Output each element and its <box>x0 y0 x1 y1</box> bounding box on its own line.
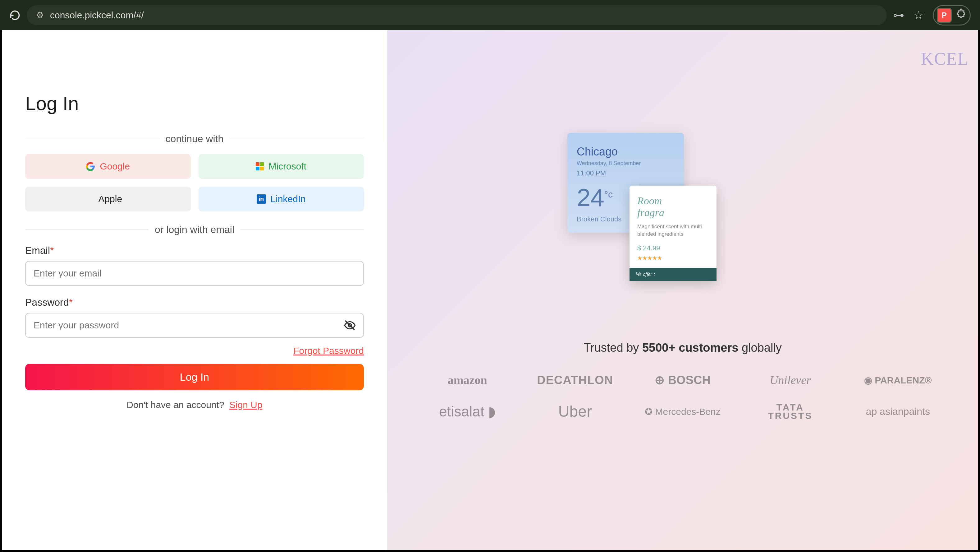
promo-card-stack: Chicago Wednesday, 8 September 11:00 PM … <box>567 133 684 233</box>
linkedin-login-button[interactable]: in LinkedIn <box>199 187 364 211</box>
apple-label: Apple <box>98 194 122 204</box>
trusted-section: Trusted by 5500+ customers globally amaz… <box>387 341 978 420</box>
brand-mercedes: ✪ Mercedes-Benz <box>645 406 720 417</box>
continue-with-divider: continue with <box>25 133 364 145</box>
site-settings-icon[interactable]: ⚙ <box>36 10 44 20</box>
extensions-puzzle-icon[interactable] <box>955 8 967 22</box>
brand-uber: Uber <box>558 402 592 420</box>
or-login-divider: or login with email <box>25 224 364 235</box>
social-login-grid: Google Microsoft Apple in LinkedIn <box>25 154 364 211</box>
email-label: Email* <box>25 245 364 256</box>
pickcel-extension-icon[interactable]: P <box>937 8 952 23</box>
fragrance-price: $ 24.99 <box>637 244 709 252</box>
trusted-text: Trusted by 5500+ customers globally <box>387 341 978 354</box>
apple-login-button[interactable]: Apple <box>25 187 191 211</box>
email-input[interactable] <box>25 261 364 286</box>
brand-tata: TATA TRUSTS <box>768 403 813 420</box>
background-logo: KCEL <box>921 49 969 69</box>
fragrance-card: Room fragra Magnificent scent with multi… <box>630 186 716 281</box>
bookmark-star-icon[interactable]: ☆ <box>913 9 923 22</box>
promo-panel: KCEL Chicago Wednesday, 8 September 11:0… <box>387 30 978 550</box>
linkedin-icon: in <box>257 195 266 204</box>
password-visibility-toggle-icon[interactable] <box>344 319 356 334</box>
password-key-icon[interactable]: ⊶ <box>893 9 904 22</box>
login-submit-button[interactable]: Log In <box>25 364 364 390</box>
google-icon <box>86 162 95 171</box>
fragrance-stars: ★★★★★ <box>637 255 709 262</box>
password-wrapper <box>25 313 364 349</box>
address-bar[interactable]: ⚙ console.pickcel.com/#/ <box>27 5 887 25</box>
weather-time: 11:00 PM <box>577 169 675 177</box>
linkedin-label: LinkedIn <box>270 194 306 204</box>
signup-link[interactable]: Sign Up <box>229 400 262 410</box>
password-label: Password* <box>25 297 364 308</box>
microsoft-login-button[interactable]: Microsoft <box>199 154 364 179</box>
google-label: Google <box>100 161 130 172</box>
extension-toolbar: P <box>933 5 970 26</box>
brand-unilever: Unilever <box>770 373 811 387</box>
fragrance-desc: Magnificent scent with multi blended ing… <box>637 223 709 238</box>
brand-bosch: ⊕ BOSCH <box>655 373 711 387</box>
no-account-text: Don't have an account? <box>126 400 224 410</box>
brand-amazon: amazon <box>448 373 487 387</box>
signup-row: Don't have an account? Sign Up <box>25 400 364 410</box>
fragrance-title-1: Room <box>637 195 709 207</box>
google-login-button[interactable]: Google <box>25 154 191 179</box>
brand-asianpaints: ap asianpaints <box>866 406 930 417</box>
or-login-text: or login with email <box>155 224 234 235</box>
brand-decathlon: DECATHLON <box>537 373 613 387</box>
fragrance-title-2: fragra <box>637 207 709 219</box>
continue-with-text: continue with <box>165 133 224 145</box>
brand-logo-grid: amazon DECATHLON ⊕ BOSCH Unilever ◉ PARA… <box>387 373 978 420</box>
browser-chrome: ⚙ console.pickcel.com/#/ ⊶ ☆ P <box>0 0 980 30</box>
weather-city: Chicago <box>577 145 675 158</box>
page-content: Log In continue with Google Microsoft <box>0 30 980 552</box>
microsoft-label: Microsoft <box>269 161 306 172</box>
password-input[interactable] <box>25 313 364 338</box>
weather-date: Wednesday, 8 September <box>577 160 675 167</box>
reload-button[interactable] <box>10 10 21 21</box>
chrome-actions: ⊶ ☆ P <box>893 5 970 26</box>
fragrance-footer: We offer t <box>630 268 716 281</box>
brand-paralenz: ◉ PARALENZ® <box>864 375 932 386</box>
login-heading: Log In <box>25 93 364 115</box>
url-text: console.pickcel.com/#/ <box>50 10 144 21</box>
login-panel: Log In continue with Google Microsoft <box>2 30 387 550</box>
brand-etisalat: etisalat ◗ <box>439 403 496 420</box>
microsoft-icon <box>256 162 264 171</box>
